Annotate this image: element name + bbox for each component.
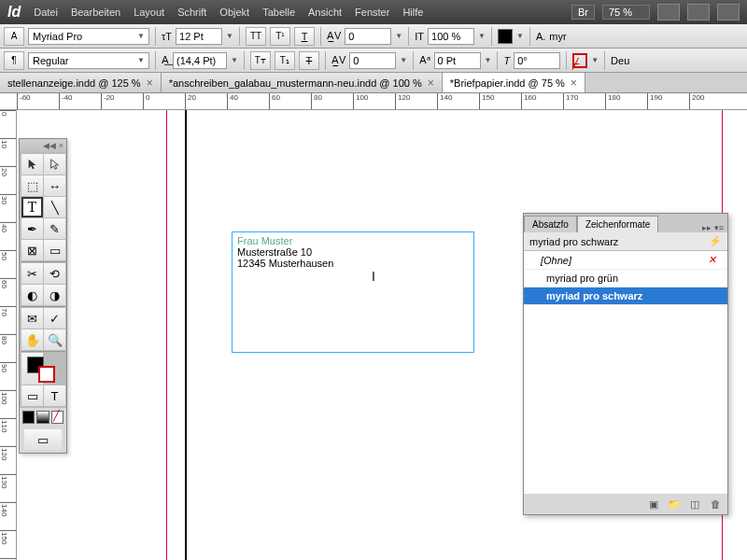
type-tool[interactable]: T [21,197,43,217]
line-tool[interactable]: ╲ [44,197,65,217]
note-tool[interactable]: ✉ [21,308,43,329]
screen-mode-icon[interactable] [687,4,710,21]
style-myriad-schwarz[interactable]: myriad pro schwarz [524,287,727,305]
style-myriad-gruen[interactable]: myriad pro grün [524,270,727,287]
charstyle-value[interactable]: myr [549,31,566,42]
text-line2[interactable]: Musterstraße 10 [237,246,469,258]
text-line3[interactable]: 12345 Musterhausen [237,258,469,269]
menu-schrift[interactable]: Schrift [177,7,206,18]
tab-anschreiben[interactable]: *anschreiben_galabau_mustermann-neu.indd… [162,73,443,92]
tools-collapse[interactable]: ◀◀ × [20,139,66,152]
document-tabs: stellenanzeige.indd @ 125 %× *anschreibe… [0,73,747,93]
text-line1[interactable]: Frau Muster [237,235,469,246]
eyedropper-tool[interactable]: ✓ [44,308,65,329]
subscript-button[interactable]: T₁ [275,51,295,70]
menu-ansicht[interactable]: Ansicht [308,7,342,18]
font-size-icon: τT [162,31,172,42]
fill-stroke-proxy[interactable] [21,353,43,385]
zoom-select[interactable]: 75 %▼ [602,5,650,20]
bridge-button[interactable]: Br [571,5,595,20]
pen-tool[interactable]: ✒ [21,218,43,239]
menu-hilfe[interactable]: Hilfe [402,7,423,18]
rectangle-tool[interactable]: ▭ [44,240,65,260]
menu-objekt[interactable]: Objekt [219,7,249,18]
free-transform-tool[interactable]: ⟲ [44,263,65,284]
current-style-label: myriad pro schwarz [529,236,618,247]
tracking-input[interactable]: 0 [349,52,396,69]
menu-fenster[interactable]: Fenster [355,7,389,18]
style-none[interactable]: [Ohne]✕ [524,251,727,270]
gradient-feather-tool[interactable]: ◑ [44,285,65,305]
font-family-select[interactable]: Myriad Pro▼ [28,28,149,45]
leading-input[interactable]: (14,4 Pt) [173,52,227,69]
tab-zeichenformate[interactable]: Zeichenformate [577,216,658,232]
tab-absatzformate[interactable]: Absatzfo [524,216,577,232]
allcaps-button[interactable]: TT [246,27,266,46]
view-mode[interactable]: ▭ [24,429,62,450]
gradient-swatch-tool[interactable]: ◐ [21,285,43,305]
arrange-icon[interactable] [717,4,740,21]
quick-apply-icon[interactable]: ⚡ [709,235,722,247]
text-frame[interactable]: Frau Muster Musterstraße 10 12345 Muster… [232,231,474,353]
language-value[interactable]: Deu [611,55,629,66]
page-edge [185,110,187,560]
margin-guide [166,110,167,560]
close-icon[interactable]: × [571,77,577,90]
delete-style-icon[interactable]: 🗑 [709,497,722,511]
baseline-icon: Aᵃ [419,54,430,66]
charstyle-label: A. [536,31,545,42]
strike-button[interactable]: T [299,51,319,70]
skew-input[interactable]: 0° [514,52,560,69]
stroke-proxy-icon[interactable]: ╱ [572,53,587,68]
direct-selection-tool[interactable] [44,154,65,175]
character-styles-panel: Absatzfo Zeichenformate ▸▸ ▾≡ myriad pro… [523,213,728,515]
apply-color[interactable] [22,411,35,424]
hand-tool[interactable]: ✋ [21,329,43,350]
gap-tool[interactable]: ↔ [44,175,65,196]
control-panel-row1: A Myriad Pro▼ τT 12 Pt▼ TT T¹ T A̲V 0▼ I… [0,24,747,49]
tools-swatches: ╱ [20,408,66,427]
clear-override-icon[interactable]: ✕ [708,254,716,266]
selection-tool[interactable] [21,154,43,175]
kerning-input[interactable]: 0 [345,28,391,45]
menu-bearbeiten[interactable]: Bearbeiten [71,7,120,18]
para-format-button[interactable]: ¶ [4,51,24,70]
font-size-input[interactable]: 12 Pt [176,28,222,45]
tab-stellenanzeige[interactable]: stellenanzeige.indd @ 125 %× [0,73,162,92]
menubar: Id Datei Bearbeiten Layout Schrift Objek… [0,0,747,24]
leading-icon: A͟ [162,54,169,66]
view-options-icon[interactable] [657,4,680,21]
formatting-text[interactable]: T [44,385,65,406]
tab-briefpapier[interactable]: *Briefpapier.indd @ 75 %× [443,73,585,92]
vscale-input[interactable]: 100 % [428,28,474,45]
formatting-container[interactable]: ▭ [21,385,43,406]
vertical-ruler[interactable]: 0102030405060708090100110120130140150160… [0,110,17,560]
styles-list: [Ohne]✕ myriad pro grün myriad pro schwa… [524,251,727,494]
pencil-tool[interactable]: ✎ [44,218,65,239]
new-style-icon[interactable]: ◫ [688,497,701,511]
page-tool[interactable]: ⬚ [21,175,43,196]
new-folder-icon[interactable]: 📁 [668,497,681,511]
smallcaps-button[interactable]: Tᴛ [250,51,271,70]
menu-datei[interactable]: Datei [34,7,58,18]
text-cursor-icon: I [372,269,375,284]
fill-proxy-icon[interactable] [498,29,513,44]
rectangle-frame-tool[interactable]: ⊠ [21,240,43,260]
close-icon[interactable]: × [147,77,153,90]
panel-menu-icon[interactable]: ▸▸ ▾≡ [698,223,727,232]
font-style-select[interactable]: Regular▼ [28,52,149,69]
vscale-icon: IT [415,31,424,42]
underline-button[interactable]: T [294,27,315,46]
zoom-tool[interactable]: 🔍 [44,329,65,350]
scissors-tool[interactable]: ✂ [21,263,43,284]
close-icon[interactable]: × [428,77,434,90]
baseline-input[interactable]: 0 Pt [434,52,481,69]
apply-none[interactable]: ╱ [51,411,63,424]
apply-gradient[interactable] [36,411,49,424]
superscript-button[interactable]: T¹ [270,27,290,46]
menu-tabelle[interactable]: Tabelle [262,7,295,18]
char-format-button[interactable]: A [4,27,24,46]
style-group-icon[interactable]: ▣ [647,497,660,511]
menu-layout[interactable]: Layout [134,7,164,18]
horizontal-ruler[interactable]: -60-40-200204060801001201401501601701801… [0,93,747,110]
